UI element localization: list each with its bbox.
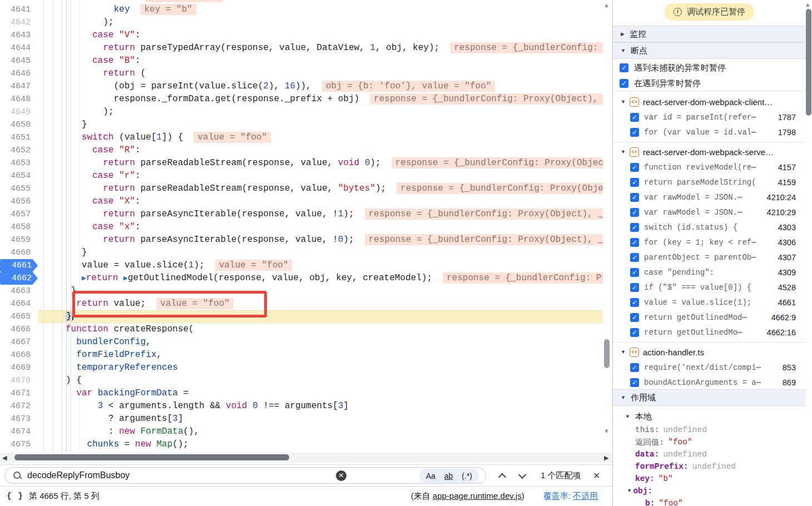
code-line[interactable]: 4653 return parseReadableStream(response… [0,157,603,170]
checkbox-checked[interactable] [630,238,639,247]
code-text[interactable]: case "V": [39,29,603,42]
breakpoint-entry[interactable]: var rawModel = JSON.⋯4210:24 [613,190,806,205]
checkbox-checked[interactable] [630,178,639,187]
code-line[interactable]: 4663 } [0,285,603,297]
breakpoint-file-header[interactable]: <>react-server-dom-webpack-serve… [613,144,806,160]
section-breakpoints[interactable]: 断点 [613,42,806,59]
breakpoint-entry[interactable]: value = value.slice(1);4661 [613,295,806,310]
checkbox-checked[interactable] [620,79,628,88]
horizontal-scrollbar[interactable]: ◀ ▶ [0,453,612,463]
checkbox-checked[interactable] [630,268,639,277]
code-text[interactable]: keykey = "b" [39,3,603,16]
scope-local-header[interactable]: 本地 [613,409,806,424]
breakpoint-entry[interactable]: var id = parseInt(refer⋯1787 [613,110,806,125]
breakpoint-line-number[interactable]: 4662 [0,272,38,285]
step-position-marker-icon[interactable]: ▶ [82,274,86,282]
scope-variable[interactable]: data:undefined [613,448,806,460]
breakpoint-entry[interactable]: switch (id.status) {4303 [613,220,806,235]
close-search-icon[interactable]: × [593,470,600,481]
whole-word-toggle[interactable]: ab [444,472,453,480]
code-line[interactable]: 4660 } [0,246,603,259]
breakpoint-file-header[interactable]: <>action-handler.ts [613,344,806,360]
code-text[interactable]: case "X": [39,195,603,208]
code-text[interactable]: case "r": [39,170,603,182]
scope-variable[interactable]: this:undefined [613,424,806,436]
code-line[interactable]: 4659 return parseAsyncIterable(response,… [0,234,603,246]
code-text[interactable]: return value;value = "foo" [39,297,603,310]
code-text[interactable]: return parseAsyncIterable(response, valu… [39,234,603,246]
code-line[interactable]: 4651 switch (value[1]) {value = "foo" [0,131,603,144]
scroll-right-icon[interactable]: ▶ [604,455,608,461]
line-number[interactable]: 4646 [0,67,37,80]
panel-scrollbar-thumb[interactable] [806,9,811,116]
scope-variable[interactable]: b:"foo" [613,497,806,506]
regex-toggle[interactable]: (.*) [462,472,472,480]
code-line[interactable]: 4649 ); [0,106,603,118]
code-text[interactable]: return parseReadableStream(response, val… [39,182,603,195]
checkbox-checked[interactable] [630,128,639,137]
breakpoint-entry[interactable]: for (var value = id.val⋯1798 [613,125,806,140]
line-number[interactable]: 4655 [0,182,37,195]
code-text[interactable]: formFieldPrefix, [39,349,603,361]
scope-variable[interactable]: formPrefix:undefined [613,460,806,473]
code-text[interactable]: ); [39,16,603,29]
section-scope[interactable]: 作用域 [613,389,806,406]
code-line[interactable]: 4673 ? arguments[3] [0,413,603,425]
step-position-marker-icon[interactable]: ▶ [123,274,128,282]
search-query-text[interactable]: decodeReplyFromBusboy [27,470,130,480]
line-number[interactable]: 4647 [0,80,37,93]
line-number[interactable]: 4672 [0,400,37,413]
code-line[interactable]: 4654 case "r": [0,170,603,182]
vertical-scrollbar-thumb[interactable] [604,339,610,368]
scope-variable[interactable]: key:"b" [613,473,806,485]
line-number[interactable]: 4645 [0,54,37,67]
code-line[interactable]: 4652 case "R": [0,144,603,157]
line-number[interactable]: 4659 [0,234,37,246]
line-number[interactable]: 4656 [0,195,37,208]
code-text[interactable]: bundlerConfig, [39,336,603,349]
checkbox-checked[interactable] [630,193,639,202]
breakpoint-entry[interactable]: for (key = 1; key < ref⋯4306 [613,235,806,250]
code-text[interactable]: case "x": [39,221,603,234]
clear-search-button[interactable]: ✕ [336,470,346,481]
line-number[interactable]: 4670 [0,374,37,387]
line-number[interactable]: 4644 [0,42,37,54]
code-text[interactable]: return parseReadableStream(response, val… [39,157,603,170]
horizontal-scrollbar-thumb[interactable] [14,454,289,460]
code-line[interactable]: 4675 chunks = new Map(); [0,438,603,451]
checkbox-checked[interactable] [630,313,639,322]
panel-scroll-up-icon[interactable]: ▲ [805,2,811,8]
line-number[interactable]: 4675 [0,438,37,451]
breakpoint-line-number[interactable]: 4661 [0,259,38,272]
line-number[interactable]: 4665 [0,310,37,323]
code-line[interactable]: 4656 case "X": [0,195,603,208]
line-number[interactable]: 4651 [0,131,37,144]
code-line[interactable]: 4669 temporaryReferences [0,361,603,374]
line-number[interactable]: 4660 [0,246,37,259]
next-match-button[interactable] [518,471,526,479]
code-text[interactable]: case "R": [39,144,603,157]
code-text[interactable]: } [39,310,603,323]
source-editor[interactable]: 4640 value = "foo"4641 keykey = "b"4642 … [0,0,612,464]
line-number[interactable]: 4673 [0,413,37,425]
line-number[interactable]: 4641 [0,3,37,16]
line-number[interactable]: 4653 [0,157,37,170]
breakpoint-entry[interactable]: parentObject = parentOb⋯4307 [613,250,806,265]
line-number[interactable]: 4642 [0,16,37,29]
code-line[interactable]: 4674 : new FormData(), [0,425,603,438]
code-text[interactable]: var backingFormData = [39,387,603,400]
triangle-down-icon[interactable] [628,488,631,494]
code-text[interactable]: return parseTypedArray(response, value, … [39,42,603,54]
breakpoint-file-header[interactable]: <>react-server-dom-webpack-client… [613,94,806,110]
code-line[interactable]: 4657 return parseAsyncIterable(response,… [0,208,603,221]
code-text[interactable]: 3 < arguments.length && void 0 !== argum… [39,400,603,413]
code-line[interactable]: 4655 return parseReadableStream(response… [0,182,603,195]
code-text[interactable]: } [39,118,603,131]
code-text[interactable]: ) { [39,374,603,387]
checkbox-checked[interactable] [630,298,639,307]
pretty-print-icon[interactable]: { } [7,492,23,501]
search-input[interactable]: decodeReplyFromBusboy ✕ Aa ab (.*) [4,467,486,484]
code-text[interactable]: } [39,246,603,259]
line-number[interactable]: 4648 [0,93,37,106]
breakpoint-entry[interactable]: return parseModelString(4159 [613,175,806,190]
